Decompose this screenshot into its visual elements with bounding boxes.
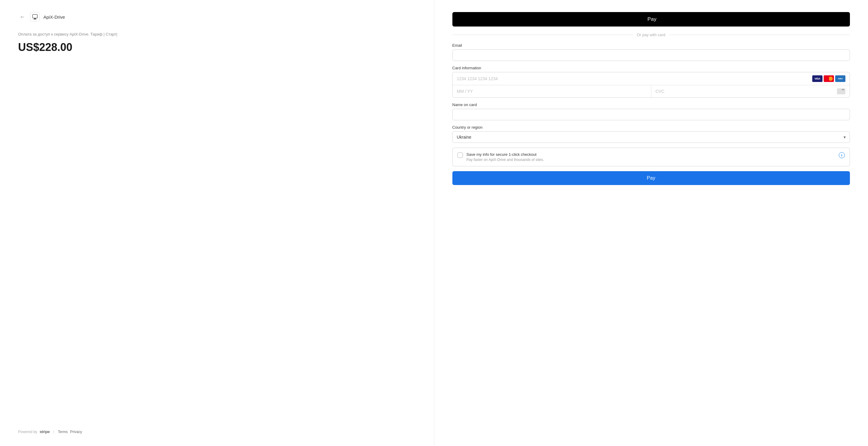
amex-icon: AMEX	[835, 75, 845, 82]
save-info-wrapper: Save my info for secure 1-click checkout…	[453, 148, 850, 166]
card-information-group: Card information VISA AMEX	[453, 66, 850, 98]
card-icons: VISA AMEX	[812, 75, 845, 82]
country-group: Country or region Ukraine United States …	[453, 125, 850, 143]
card-information-label: Card information	[453, 66, 850, 70]
svg-rect-2	[33, 19, 36, 20]
card-number-input[interactable]	[457, 76, 810, 81]
footer-divider: |	[53, 430, 54, 434]
name-on-card-group: Name on card	[453, 102, 850, 120]
powered-by-text: Powered by	[18, 430, 37, 434]
merchant-header: ← ApiX-Drive	[18, 12, 416, 22]
card-expiry-cvc-row	[453, 85, 850, 97]
email-group: Email	[453, 43, 850, 61]
apple-pay-button[interactable]: Pay	[453, 12, 850, 27]
left-footer: Powered by stripe | Terms Privacy	[18, 429, 416, 434]
left-panel: ← ApiX-Drive Оплата за доступ к сервису …	[0, 0, 434, 446]
save-info-title: Save my info for secure 1-click checkout	[467, 152, 835, 157]
merchant-icon	[30, 12, 40, 22]
email-input[interactable]	[453, 50, 850, 61]
stripe-logo: stripe	[39, 429, 50, 434]
svg-rect-0	[33, 14, 37, 18]
payment-form: Email Card information VISA AMEX	[453, 43, 850, 185]
country-select-wrapper: Ukraine United States United Kingdom Ger…	[453, 131, 850, 143]
cvc-card-icon	[837, 88, 845, 94]
card-cvc-input[interactable]	[655, 89, 835, 94]
pay-button[interactable]: Pay	[453, 171, 850, 185]
card-info-wrapper: VISA AMEX	[453, 72, 850, 98]
card-expiry-input[interactable]	[453, 85, 651, 97]
or-divider: Or pay with card	[453, 33, 850, 37]
privacy-link[interactable]: Privacy	[70, 430, 82, 434]
product-description: Оплата за доступ к сервису ApiX-Drive. Т…	[18, 31, 416, 37]
right-panel: Pay Or pay with card Email Card informat…	[434, 0, 868, 446]
visa-icon: VISA	[812, 75, 823, 82]
country-select[interactable]: Ukraine United States United Kingdom Ger…	[453, 131, 850, 143]
back-button[interactable]: ←	[18, 13, 27, 21]
merchant-name: ApiX-Drive	[43, 14, 65, 20]
apple-pay-label: Pay	[647, 16, 656, 22]
email-label: Email	[453, 43, 850, 47]
info-icon[interactable]: i	[839, 152, 845, 158]
save-info-checkbox[interactable]	[458, 153, 463, 158]
name-on-card-label: Name on card	[453, 102, 850, 107]
save-info-text: Save my info for secure 1-click checkout…	[467, 152, 835, 162]
product-price: US$228.00	[18, 41, 416, 54]
svg-rect-1	[34, 18, 36, 19]
terms-link[interactable]: Terms	[58, 430, 68, 434]
mastercard-icon	[824, 75, 834, 82]
card-cvc-wrapper	[651, 85, 849, 97]
card-number-row: VISA AMEX	[453, 72, 850, 85]
name-on-card-input[interactable]	[453, 109, 850, 120]
country-label: Country or region	[453, 125, 850, 130]
save-info-subtitle: Pay faster on ApiX-Drive and thousands o…	[467, 158, 835, 162]
